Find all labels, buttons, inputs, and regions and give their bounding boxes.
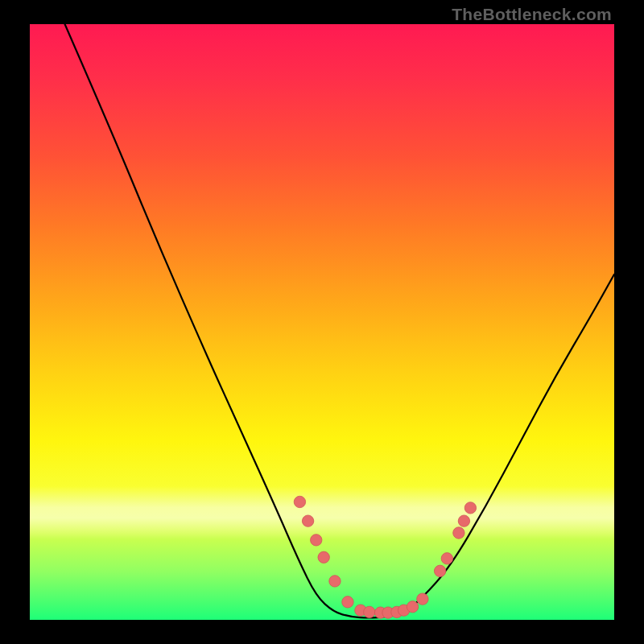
marker-dot (318, 551, 329, 563)
marker-dot (434, 565, 445, 576)
marker-dot (302, 515, 313, 526)
marker-dot (364, 606, 375, 617)
marker-dot (294, 496, 305, 507)
marker-dot (407, 601, 418, 613)
marker-dot (458, 515, 469, 526)
chart-stage: TheBottleneck.com (0, 0, 644, 644)
watermark-text: TheBottleneck.com (452, 5, 612, 24)
marker-dot (329, 576, 341, 587)
marker-dot (464, 502, 476, 514)
marker-dot (441, 553, 452, 564)
marker-dot (453, 527, 464, 539)
chart-svg (30, 24, 614, 620)
marker-dot (311, 535, 322, 546)
marker-dot (342, 597, 353, 608)
chart-plot-area (30, 24, 614, 620)
marker-dot (417, 593, 428, 605)
bottleneck-curve (65, 24, 614, 617)
